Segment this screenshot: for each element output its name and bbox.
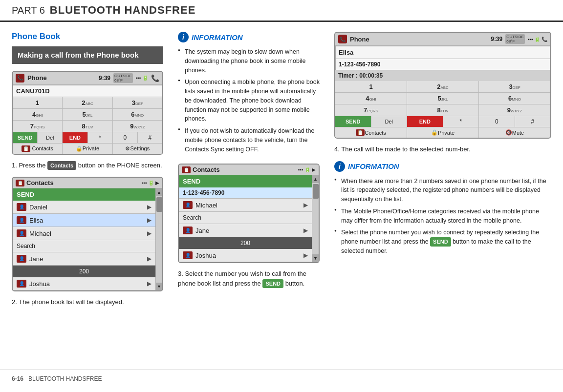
active-numpad-7[interactable]: 7PQRS bbox=[335, 104, 407, 116]
numpad-row-3: 7PQRS 8TUV 9WXYZ bbox=[13, 121, 162, 132]
hash-button[interactable]: # bbox=[138, 132, 162, 143]
active-numpad-4[interactable]: 4GHI bbox=[335, 93, 407, 104]
contacts-app-icon: 📋 bbox=[16, 180, 24, 186]
search-row-mid[interactable]: Search bbox=[179, 212, 312, 224]
numpad-3[interactable]: 3DEF bbox=[113, 97, 162, 109]
star-button-active[interactable]: * bbox=[443, 116, 479, 127]
active-numpad-3[interactable]: 3DEF bbox=[479, 81, 550, 93]
contact-icon-elisa: 👤 bbox=[17, 216, 26, 224]
send-button-contacts1[interactable]: SEND bbox=[13, 188, 155, 201]
active-numpad-9[interactable]: 9WXYZ bbox=[479, 104, 550, 116]
contacts-nav-btn[interactable]: 📋 Contacts bbox=[13, 144, 63, 154]
del-button-screen1[interactable]: Del bbox=[38, 132, 63, 143]
outside-badge: OUTSIDE68°F bbox=[113, 73, 133, 83]
send-button-screen1[interactable]: SEND bbox=[13, 132, 38, 143]
numpad-8[interactable]: 8TUV bbox=[63, 121, 112, 132]
numpad-6[interactable]: 6MNO bbox=[113, 109, 162, 121]
info2-item-2: The Mobile Phone/Office/Home categories … bbox=[334, 206, 551, 227]
call-timer: Timer : 00:00:35 bbox=[335, 70, 550, 81]
del-button-active[interactable]: Del bbox=[371, 116, 408, 127]
contact-icon-daniel: 👤 bbox=[17, 203, 26, 211]
contact-row2-jane[interactable]: 👤 Jane ▶ bbox=[179, 224, 312, 237]
contacts-active-btn[interactable]: 📋 Contacts bbox=[335, 127, 407, 138]
caller-input: CANU701D bbox=[13, 85, 162, 97]
contact-row2-daniel[interactable]: 👤 Michael ▶ bbox=[179, 199, 312, 212]
end-button-active[interactable]: END bbox=[407, 116, 443, 127]
private-nav-btn[interactable]: 🔒 Private bbox=[63, 144, 112, 154]
star-button[interactable]: * bbox=[88, 132, 113, 143]
scroll-down-btn[interactable]: ▼ bbox=[156, 283, 162, 290]
numpad-5[interactable]: 5JKL bbox=[63, 109, 112, 121]
send-button-active[interactable]: SEND bbox=[335, 116, 371, 127]
outside-badge-2: OUTSIDE68°F bbox=[505, 34, 525, 44]
private-nav-icon: 🔒 bbox=[76, 145, 83, 152]
contact-icon-joshua: 👤 bbox=[17, 280, 26, 288]
bottom-nav-row: 📋 Contacts 🔒 Private ⚙ Settings bbox=[13, 144, 162, 154]
arrow-joshua: ▶ bbox=[147, 280, 152, 287]
contact-row-joshua[interactable]: 👤 Joshua ▶ bbox=[13, 277, 155, 290]
contacts-scrollbar[interactable]: ▲ ▼ bbox=[155, 188, 162, 290]
info-list-2: When there are more than 2 numbers saved… bbox=[334, 176, 551, 258]
send-button-contacts2[interactable]: SEND bbox=[179, 175, 312, 187]
private-nav-label: Private bbox=[83, 145, 99, 151]
contact2-name-jane: Jane bbox=[195, 227, 209, 234]
info2-item-3: Select the phone number you wish to conn… bbox=[334, 227, 551, 257]
numpad-2[interactable]: 2ABC bbox=[63, 97, 112, 109]
contact-row-jane[interactable]: 👤 Jane ▶ bbox=[13, 252, 155, 266]
step3-text: 3. Select the number you wish to call fr… bbox=[178, 269, 320, 288]
contact-row2-joshua[interactable]: 👤 Joshua ▶ bbox=[179, 249, 312, 262]
active-numpad-row-2: 4GHI 5JKL 6MNO bbox=[335, 93, 550, 104]
arrow-daniel: ▶ bbox=[147, 204, 152, 210]
active-numpad-1[interactable]: 1 bbox=[335, 81, 407, 93]
active-phone-number: 1-123-456-7890 bbox=[335, 59, 550, 70]
hash-button-active[interactable]: # bbox=[515, 116, 551, 127]
info-item-1-3: If you do not wish to automatically down… bbox=[178, 125, 320, 156]
settings-nav-btn[interactable]: ⚙ Settings bbox=[113, 144, 162, 154]
signal-icons-2: ▪▪▪ 🔋 📞 bbox=[528, 37, 547, 42]
scroll-down-btn-2[interactable]: ▼ bbox=[312, 254, 319, 262]
contacts-screen2-header: 📋 Contacts ▪▪▪ 🔋 ▶ bbox=[179, 165, 319, 175]
contact2-icon-joshua: 👤 bbox=[183, 251, 193, 259]
numpad-7[interactable]: 7PQRS bbox=[13, 121, 63, 132]
settings-nav-label: Settings bbox=[130, 145, 150, 151]
zero-button-active[interactable]: 0 bbox=[479, 116, 515, 127]
private-active-btn[interactable]: 🔒 Private bbox=[407, 127, 479, 138]
active-numpad-5[interactable]: 5JKL bbox=[407, 93, 479, 104]
active-numpad-8[interactable]: 8TUV bbox=[407, 104, 479, 116]
contacts-screen-header: 📋 Contacts ▪▪▪ 🔋 ▶ bbox=[13, 178, 162, 188]
contact-name-jane: Jane bbox=[29, 255, 43, 263]
contact-row-elisa[interactable]: 👤 Elisa ▶ bbox=[13, 214, 155, 227]
contacts-app-icon-2: 📋 bbox=[182, 166, 191, 173]
contact-icon-jane: 👤 bbox=[17, 255, 26, 263]
numpad-4[interactable]: 4GHI bbox=[13, 109, 63, 121]
end-button-screen1[interactable]: END bbox=[63, 132, 87, 143]
active-numpad-6[interactable]: 6MNO bbox=[479, 93, 550, 104]
search-row-left[interactable]: Search bbox=[13, 240, 155, 252]
scroll-up-btn[interactable]: ▲ bbox=[156, 188, 162, 196]
left-column: Phone Book Making a call from the Phone … bbox=[12, 32, 163, 360]
scroll-up-btn-2[interactable]: ▲ bbox=[312, 175, 319, 183]
mute-active-btn[interactable]: 🔇 Mute bbox=[479, 127, 550, 138]
numpad-9[interactable]: 9WXYZ bbox=[113, 121, 162, 132]
zero-button[interactable]: 0 bbox=[113, 132, 138, 143]
contact-row-michael[interactable]: 👤 Michael ▶ bbox=[13, 227, 155, 240]
info-header-1: i INFORMATION bbox=[178, 32, 320, 42]
contacts2-scrollbar[interactable]: ▲ ▼ bbox=[312, 175, 319, 262]
contact-row-daniel[interactable]: 👤 Daniel ▶ bbox=[13, 201, 155, 214]
contact2-name-joshua: Joshua bbox=[195, 252, 216, 259]
signal-icons: ▪▪▪ 🔋 bbox=[136, 75, 148, 81]
contacts-nav-icon: 📋 bbox=[22, 145, 30, 152]
step3-suffix: button. bbox=[285, 280, 305, 287]
numpad-1[interactable]: 1 bbox=[13, 97, 63, 109]
active-numpad-2[interactable]: 2ABC bbox=[407, 81, 479, 93]
scroll-thumb-2[interactable] bbox=[313, 184, 319, 199]
arrow2-jane: ▶ bbox=[303, 227, 308, 234]
arrow2-daniel: ▶ bbox=[303, 202, 308, 208]
selected-phone-row: 1-123-456-7890 bbox=[179, 187, 312, 199]
page-title: BLUETOOTH HANDSFREE bbox=[50, 4, 196, 17]
info-block-2: i INFORMATION When there are more than 2… bbox=[334, 161, 551, 258]
page-footer: 6-16 BLUETOOTH HANDSFREE bbox=[0, 370, 563, 387]
phone-active-time: 9:39 bbox=[491, 36, 502, 42]
step4-text: 4. The call will be made to the selected… bbox=[334, 144, 551, 154]
scroll-thumb[interactable] bbox=[156, 197, 162, 212]
